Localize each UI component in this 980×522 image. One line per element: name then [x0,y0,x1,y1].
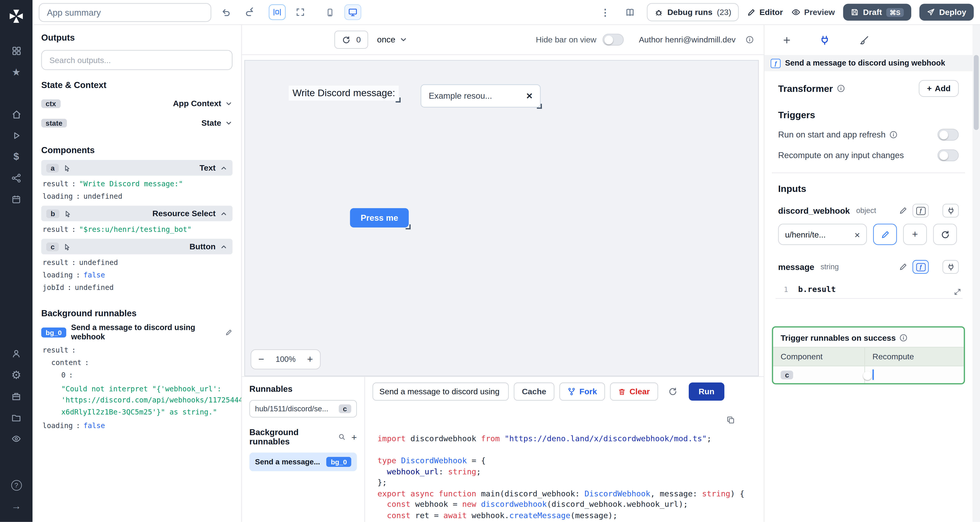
folder-icon[interactable] [5,407,27,428]
cache-button[interactable]: Cache [514,382,554,401]
scrollbar-thumb[interactable] [974,55,978,130]
clear-selection-icon[interactable]: × [526,90,533,102]
editor-tab[interactable]: Editor [747,8,783,17]
preview-tab[interactable]: Preview [791,8,835,17]
pencil-icon[interactable] [899,263,908,271]
expression-editor[interactable]: 1 b.result [776,280,963,299]
insert-component-tab[interactable]: + [783,33,790,47]
expression-mode-icon[interactable]: ƒ [912,260,929,274]
gear-icon[interactable]: ⚙ [5,364,27,386]
background-runnable-row[interactable]: bg_0 Send a message to discord using web… [41,323,232,342]
add-transformer-button[interactable]: +Add [919,80,959,97]
chevron-down-icon[interactable] [225,100,232,107]
refresh-count-button[interactable]: 0 [334,30,368,49]
chevron-up-icon[interactable] [220,164,228,172]
trigger-runnables-table: Component Recompute c [773,347,964,383]
refresh-icon[interactable] [668,387,677,396]
connect-input-icon[interactable] [943,204,959,218]
dollar-icon[interactable]: $ [5,146,27,168]
text-component[interactable]: Write Discord message: [289,86,399,100]
info-icon[interactable] [889,130,897,139]
expand-editor-icon[interactable] [954,288,961,296]
edit-resource-button[interactable] [873,224,897,245]
windmill-logo-icon[interactable] [8,8,25,25]
info-icon[interactable] [746,36,754,44]
draft-button[interactable]: Draft ⌘S [843,4,911,21]
play-icon[interactable] [5,125,27,146]
style-tab[interactable] [859,35,869,45]
connections-tab[interactable] [819,35,830,45]
home-icon[interactable] [5,103,27,125]
output-field: loading:undefined [43,192,231,201]
fullscreen-icon[interactable] [292,4,309,20]
clear-button[interactable]: Clear [610,382,658,401]
resize-handle[interactable] [537,103,542,109]
component-row-b[interactable]: b Resource Select [41,205,232,221]
graph-icon[interactable] [5,167,27,189]
app-root: ★ $ ⚙ ? → [0,0,980,522]
run-on-start-toggle[interactable] [937,129,959,141]
align-components-icon[interactable] [269,4,286,20]
resource-select-component[interactable]: Example resou... × [421,84,541,108]
resize-handle[interactable] [406,224,410,229]
copy-code-icon[interactable] [726,415,735,425]
component-row-a[interactable]: a Text [41,160,232,176]
redo-icon[interactable] [241,4,258,20]
component-row-c[interactable]: c Button [41,239,232,254]
resource-value-input[interactable]: u/henri/te... × [778,224,867,245]
run-button[interactable]: Run [689,382,724,401]
debug-runs-button[interactable]: Debug runs (23) [647,3,739,21]
hide-bar-toggle[interactable] [603,34,624,46]
search-icon[interactable] [338,433,346,441]
runnable-item[interactable]: hub/1511/discord/se... c [249,400,357,417]
zoom-out-button[interactable]: − [251,350,271,369]
mobile-view-icon[interactable] [321,4,338,20]
pencil-icon[interactable] [899,206,908,215]
resource-value: u/henri/te... [785,229,826,239]
search-outputs-input[interactable] [41,50,232,70]
press-me-button[interactable]: Press me [350,208,409,227]
pencil-icon[interactable] [225,329,232,336]
desktop-view-icon[interactable] [344,4,361,20]
fork-button[interactable]: Fork [559,382,605,401]
deploy-button[interactable]: Deploy [919,4,974,21]
add-background-runnable-button[interactable]: + [352,431,357,442]
chevron-up-icon[interactable] [220,210,228,217]
kebab-menu-icon[interactable]: ⋮ [597,4,613,20]
ctx-row[interactable]: ctx App Context [41,94,232,113]
help-icon[interactable]: ? [5,474,27,496]
connect-input-icon[interactable] [943,260,959,274]
info-icon[interactable] [899,334,908,342]
collapse-sidebar-icon[interactable]: → [5,496,27,517]
add-resource-button[interactable]: + [903,224,927,245]
expression-mode-icon[interactable]: ƒ [912,204,929,218]
recompute-toggle[interactable] [872,369,874,380]
user-icon[interactable] [5,343,27,364]
frequency-dropdown[interactable]: once [377,35,407,44]
script-title-input[interactable]: Send a message to discord using [372,382,509,401]
app-summary-input[interactable] [39,3,211,22]
code-editor[interactable]: import discordwebhook from "https://deno… [365,406,764,522]
page-scrollbar[interactable] [972,25,980,522]
star-icon[interactable]: ★ [5,61,27,83]
chevron-down-icon[interactable] [225,119,232,127]
sidebar-group-nav: $ [5,103,27,210]
outputs-panel: Outputs State & Context ctx App Context … [32,25,242,522]
background-runnable-item[interactable]: Send a message... bg_0 [249,453,357,471]
canvas-toolbar-right: Hide bar on view Author henri@windmill.d… [536,34,754,46]
apps-icon[interactable] [5,40,27,61]
chevron-up-icon[interactable] [220,243,228,250]
resize-handle[interactable] [396,97,401,103]
eye-icon[interactable] [5,428,27,449]
docs-book-icon[interactable] [622,4,639,20]
refresh-resource-button[interactable] [933,224,957,245]
calendar-icon[interactable] [5,189,27,210]
clear-resource-icon[interactable]: × [854,229,860,240]
undo-icon[interactable] [218,4,234,20]
toolbox-icon[interactable] [5,386,27,407]
state-row[interactable]: state State [41,113,232,132]
info-icon[interactable] [837,84,845,92]
app-canvas[interactable]: Write Discord message: Example resou... … [244,60,759,376]
recompute-on-change-toggle[interactable] [937,149,959,161]
zoom-in-button[interactable]: + [300,350,320,369]
